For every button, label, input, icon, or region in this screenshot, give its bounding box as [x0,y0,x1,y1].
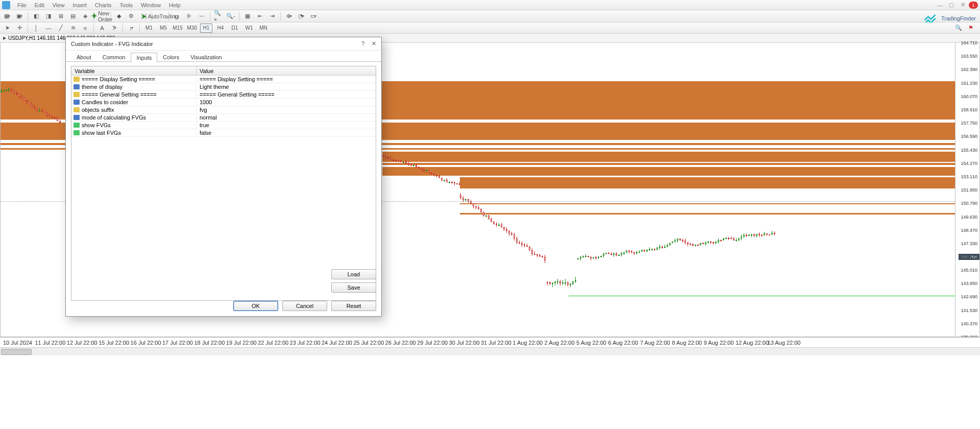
menu-file[interactable]: File [13,2,31,8]
h-scrollbar[interactable] [0,347,980,355]
row-value[interactable]: 1000 [197,99,376,105]
row-value[interactable]: Light theme [197,84,376,90]
x-tick: 8 Aug 22:00 [672,340,702,346]
tf-m5[interactable]: M5 [157,23,169,33]
inputs-grid[interactable]: Variable Value ===== Display Setting ===… [71,66,376,301]
menu-help[interactable]: Help [165,2,185,8]
search-icon[interactable]: 🔍 [953,23,964,33]
input-row[interactable]: show last FVGsfalse [71,129,376,137]
market-watch-icon[interactable]: ◧ [31,11,41,21]
load-button[interactable]: Load [331,269,376,279]
row-variable: theme of display [82,84,122,90]
scroll-thumb[interactable] [1,349,32,355]
input-row[interactable]: show FVGstrue [71,122,376,129]
strategy-tester-icon[interactable]: ◈ [80,11,90,21]
input-row[interactable]: ===== General Setting ========== General… [71,91,376,99]
shift-end-icon[interactable]: ⇤ [255,11,265,21]
input-row[interactable]: mode of calculating FVGsnormal [71,114,376,122]
y-tick: 147.330 [961,241,977,246]
save-button[interactable]: Save [331,282,376,293]
tf-d1[interactable]: D1 [229,23,241,33]
zoom-out-icon[interactable]: 🔍- [226,11,236,21]
new-chart-icon[interactable]: ▦▾ [2,11,12,21]
tf-h1[interactable]: H1 [200,23,212,33]
ok-button[interactable]: OK [233,301,278,311]
arrows-icon[interactable]: ↕▾ [126,23,136,33]
tf-h4[interactable]: H4 [214,23,227,33]
trendline-icon[interactable]: ╱ [56,23,66,33]
row-value[interactable]: normal [197,114,376,121]
data-window-icon[interactable]: ◨ [43,11,54,21]
tf-m15[interactable]: M15 [172,23,184,33]
text-icon[interactable]: A [97,23,107,33]
alert-flag-icon[interactable]: ⚑ [966,23,976,33]
indicators-icon[interactable]: ⊕▾ [284,11,294,21]
x-axis: 10 Jul 202411 Jul 22:0012 Jul 22:0015 Ju… [0,337,980,347]
periodicity-icon[interactable]: ◔▾ [296,11,306,21]
dialog-help-icon[interactable]: ? [361,40,364,47]
x-tick: 13 Aug 22:00 [768,340,801,346]
channel-icon[interactable]: ≋ [68,23,78,33]
profiles-icon[interactable]: ▣▾ [14,11,24,21]
hline-icon[interactable]: — [43,23,54,33]
menu-view[interactable]: View [48,2,69,8]
dialog-titlebar[interactable]: Custom Indicator - FVG Indicator ? ✕ [66,37,381,51]
menu-window[interactable]: Window [137,2,165,8]
tab-colors[interactable]: Colors [157,52,185,62]
menu-charts[interactable]: Charts [91,2,115,8]
row-value[interactable]: true [197,122,376,128]
reset-button[interactable]: Reset [331,301,376,311]
tf-m30[interactable]: M30 [186,23,198,33]
bars-icon[interactable]: ⫾⫾ [172,11,182,21]
dialog-close-icon[interactable]: ✕ [372,40,376,47]
x-tick: 12 Jul 22:00 [67,340,97,346]
input-row[interactable]: objects suffixfvg [71,106,376,114]
input-row[interactable]: theme of displayLight theme [71,83,376,91]
new-order-button[interactable]: ✚New Order [97,11,107,21]
input-row[interactable]: ===== Display Setting ========== Display… [71,76,376,83]
candles-icon[interactable]: ⊪ [184,11,194,21]
tab-common[interactable]: Common [97,52,131,62]
maximize-icon[interactable]: ▢ [946,2,957,9]
menu-edit[interactable]: Edit [31,2,48,8]
options-icon[interactable]: ⚙ [126,11,136,21]
tile-icon[interactable]: ▦ [242,11,253,21]
vline-icon[interactable]: │ [31,23,41,33]
tab-about[interactable]: About [71,52,97,62]
line-chart-icon[interactable]: 〰 [197,11,207,21]
y-tick: 163.550 [961,54,977,59]
col-value[interactable]: Value [197,66,376,75]
fibo-icon[interactable]: ≡ [80,23,90,33]
menu-tools[interactable]: Tools [115,2,137,8]
zoom-in-icon[interactable]: 🔍+ [213,11,224,21]
meta-editor-icon[interactable]: ◆ [114,11,124,21]
navigator-icon[interactable]: ⊞ [56,11,66,21]
input-row[interactable]: Candles to cosider1000 [71,99,376,106]
row-type-icon [74,130,80,135]
tf-mn[interactable]: MN [257,23,270,33]
cancel-button[interactable]: Cancel [282,301,327,311]
row-value[interactable]: ===== Display Setting ===== [197,76,376,82]
alert-badge[interactable]: 1 [969,2,978,9]
row-value[interactable]: ===== General Setting ===== [197,91,376,98]
text-label-icon[interactable]: T▾ [109,23,119,33]
minimize-icon[interactable]: — [935,2,945,9]
crosshair-icon[interactable]: ✛ [14,23,24,33]
row-value[interactable]: fvg [197,107,376,113]
x-tick: 30 Jul 22:00 [449,340,480,346]
tab-inputs[interactable]: Inputs [131,53,157,62]
row-type-icon [74,92,80,97]
app-logo-icon [2,1,10,9]
cursor-icon[interactable]: ➤ [2,23,12,33]
tf-w1[interactable]: W1 [243,23,255,33]
col-variable[interactable]: Variable [71,66,197,75]
tab-visualization[interactable]: Visualization [185,52,228,62]
templates-icon[interactable]: ▭▾ [308,11,318,21]
autotrading-button[interactable]: ▶AutoTrading [155,11,165,21]
tf-m1[interactable]: M1 [143,23,155,33]
auto-scroll-icon[interactable]: ⇥ [267,11,277,21]
close-icon[interactable]: ✕ [958,2,968,9]
menu-insert[interactable]: Insert [68,2,91,8]
row-value[interactable]: false [197,130,376,136]
terminal-icon[interactable]: ▤ [68,11,78,21]
